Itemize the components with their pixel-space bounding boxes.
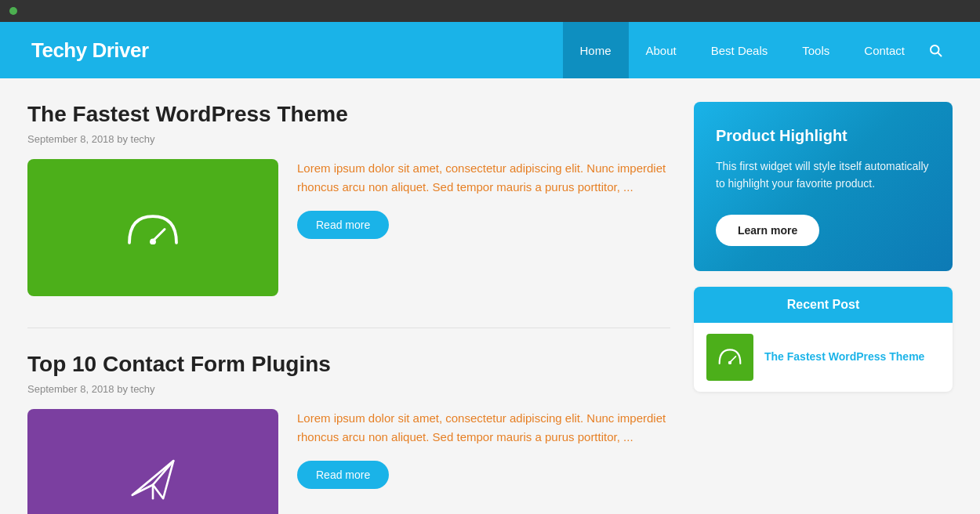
nav-item-home[interactable]: Home	[563, 22, 629, 78]
article-1-image	[27, 159, 278, 296]
content-area: The Fastest WordPress Theme September 8,…	[27, 102, 670, 514]
nav-item-about[interactable]: About	[629, 22, 694, 78]
nav-item-tools[interactable]: Tools	[785, 22, 847, 78]
article-1-text: Lorem ipsum dolor sit amet, consectetur …	[297, 159, 670, 239]
svg-line-1	[938, 52, 941, 56]
product-highlight-title: Product Highlight	[716, 127, 931, 145]
top-bar	[0, 0, 980, 22]
recent-post-thumb	[706, 334, 753, 381]
product-highlight-text: This first widget will style itself auto…	[716, 157, 931, 193]
product-highlight-widget: Product Highlight This first widget will…	[694, 102, 953, 271]
article-2-image	[27, 409, 278, 514]
article-1-excerpt: Lorem ipsum dolor sit amet, consectetur …	[297, 159, 670, 197]
article-1-meta: September 8, 2018 by techy	[27, 133, 670, 145]
recent-post-header: Recent Post	[694, 287, 953, 323]
nav-item-best-deals[interactable]: Best Deals	[694, 22, 786, 78]
search-icon[interactable]	[922, 43, 949, 57]
site-header: Techy Driver Home About Best Deals Tools…	[0, 22, 980, 78]
article-2-meta: September 8, 2018 by techy	[27, 383, 670, 395]
article-2-title: Top 10 Contact Form Plugins	[27, 352, 670, 377]
article-2-body: Lorem ipsum dolor sit amet, consectetur …	[27, 409, 670, 514]
site-title[interactable]: Techy Driver	[31, 38, 149, 63]
article-2-read-more[interactable]: Read more	[297, 461, 389, 489]
main-container: The Fastest WordPress Theme September 8,…	[12, 78, 968, 514]
sidebar: Product Highlight This first widget will…	[694, 102, 953, 514]
svg-point-10	[728, 361, 731, 364]
article-1-read-more[interactable]: Read more	[297, 211, 389, 239]
main-nav: Home About Best Deals Tools Contact	[563, 22, 949, 78]
divider-1	[27, 328, 670, 328]
recent-post-item[interactable]: The Fastest WordPress Theme	[694, 323, 953, 392]
article-2-text: Lorem ipsum dolor sit amet, consectetur …	[297, 409, 670, 489]
nav-item-contact[interactable]: Contact	[847, 22, 922, 78]
article-1-body: Lorem ipsum dolor sit amet, consectetur …	[27, 159, 670, 296]
article-2-excerpt: Lorem ipsum dolor sit amet, consectetur …	[297, 409, 670, 447]
recent-post-widget: Recent Post The Fastest WordPress Theme	[694, 287, 953, 392]
svg-point-4	[150, 238, 156, 244]
article-1-title: The Fastest WordPress Theme	[27, 102, 670, 127]
recent-post-title[interactable]: The Fastest WordPress Theme	[764, 349, 924, 365]
learn-more-button[interactable]: Learn more	[716, 215, 819, 246]
status-dot	[9, 7, 17, 15]
article-1: The Fastest WordPress Theme September 8,…	[27, 102, 670, 296]
article-2: Top 10 Contact Form Plugins September 8,…	[27, 352, 670, 514]
